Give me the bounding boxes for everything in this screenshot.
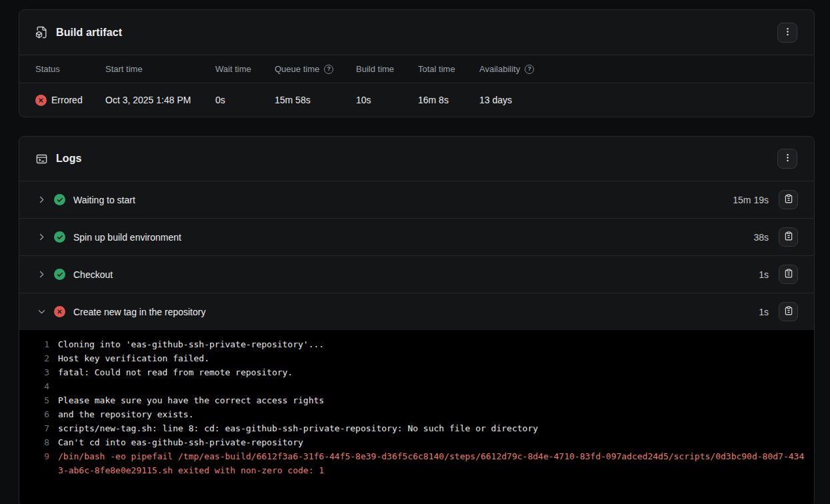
step-label: Waiting to start <box>73 195 135 205</box>
log-step-row[interactable]: Checkout 1s <box>19 255 814 293</box>
copy-logs-button[interactable] <box>779 190 798 209</box>
build-time-value: 10s <box>356 95 371 105</box>
columns-header-row: Status Start time Wait time Queue time ?… <box>19 55 814 83</box>
step-label: Spin up build environment <box>73 232 181 243</box>
build-artifact-menu-button[interactable] <box>777 23 797 43</box>
chevron-right-icon <box>37 195 47 205</box>
line-number: 8 <box>19 435 49 449</box>
help-icon[interactable]: ? <box>324 65 333 74</box>
column-header-queue-time: Queue time ? <box>275 64 356 74</box>
line-number: 7 <box>19 421 49 435</box>
log-step-row[interactable]: Create new tag in the repository 1s <box>19 293 814 330</box>
line-number: 4 <box>19 379 49 393</box>
column-header-build-time: Build time <box>356 64 418 74</box>
console-line: 9 /bin/bash -eo pipefail /tmp/eas-build/… <box>19 449 814 477</box>
copy-logs-button[interactable] <box>779 302 798 321</box>
chevron-right-icon <box>37 232 47 242</box>
log-console: 1 Cloning into 'eas-github-ssh-private-r… <box>19 330 814 504</box>
line-number: 3 <box>19 365 49 379</box>
column-header-availability: Availability ? <box>479 64 798 74</box>
line-number: 5 <box>19 393 49 407</box>
line-text: Can't cd into eas-github-ssh-private-rep… <box>58 435 814 449</box>
step-label: Checkout <box>73 269 113 280</box>
status-text: Errored <box>51 95 83 105</box>
console-line: 1 Cloning into 'eas-github-ssh-private-r… <box>19 337 814 351</box>
log-steps: Waiting to start 15m 19s <box>19 181 814 330</box>
column-header-wait-time: Wait time <box>215 64 275 74</box>
terminal-icon <box>35 153 48 165</box>
start-time-value: Oct 3, 2025 1:48 PM <box>105 95 191 105</box>
step-duration: 1s <box>759 269 769 280</box>
step-duration: 15m 19s <box>733 195 769 205</box>
console-line: 4 <box>19 379 814 393</box>
clipboard-icon <box>784 231 793 243</box>
line-number: 9 <box>19 449 49 463</box>
logs-title: Logs <box>56 153 82 165</box>
errored-status-icon <box>35 95 47 106</box>
chevron-down-icon <box>37 307 47 317</box>
column-header-start-time: Start time <box>105 64 215 74</box>
wait-time-value: 0s <box>215 95 225 105</box>
line-text: Host key verification failed. <box>58 351 814 365</box>
build-artifact-card: Build artifact Status Start time Wait ti… <box>19 9 815 117</box>
line-text: /bin/bash -eo pipefail /tmp/eas-build/66… <box>58 449 814 477</box>
step-status-icon <box>54 306 65 317</box>
availability-value: 13 days <box>479 95 512 105</box>
build-artifact-title: Build artifact <box>56 27 122 39</box>
console-line: 8 Can't cd into eas-github-ssh-private-r… <box>19 435 814 449</box>
line-text: fatal: Could not read from remote reposi… <box>58 365 814 379</box>
step-duration: 1s <box>759 307 769 317</box>
file-box-icon <box>35 26 48 39</box>
step-status-icon <box>54 269 65 280</box>
logs-card: Logs Waiting to start 15m 19s <box>19 136 815 504</box>
console-line: 3 fatal: Could not read from remote repo… <box>19 365 814 379</box>
logs-menu-button[interactable] <box>777 149 797 169</box>
line-number: 6 <box>19 407 49 421</box>
line-number: 1 <box>19 337 49 351</box>
build-artifact-header: Build artifact <box>19 10 814 55</box>
line-text: Please make sure you have the correct ac… <box>58 393 814 407</box>
console-line: 7 scripts/new-tag.sh: line 8: cd: eas-gi… <box>19 421 814 435</box>
column-header-status: Status <box>35 64 105 74</box>
line-text: Cloning into 'eas-github-ssh-private-rep… <box>58 337 814 351</box>
kebab-menu-icon <box>783 27 793 39</box>
page: Build artifact Status Start time Wait ti… <box>0 0 830 504</box>
console-line: 5 Please make sure you have the correct … <box>19 393 814 407</box>
queue-time-value: 15m 58s <box>275 95 311 105</box>
build-table-row: Errored Oct 3, 2025 1:48 PM 0s 15m 58s 1… <box>19 83 814 117</box>
console-line: 6 and the repository exists. <box>19 407 814 421</box>
line-text: and the repository exists. <box>58 407 814 421</box>
line-number: 2 <box>19 351 49 365</box>
step-status-icon <box>54 194 65 205</box>
clipboard-icon <box>784 306 793 317</box>
log-step-row[interactable]: Waiting to start 15m 19s <box>19 181 814 218</box>
line-text: scripts/new-tag.sh: line 8: cd: eas-gith… <box>58 421 814 435</box>
help-icon[interactable]: ? <box>525 65 534 74</box>
kebab-menu-icon <box>783 153 793 165</box>
total-time-value: 16m 8s <box>418 95 449 105</box>
step-duration: 38s <box>753 232 769 243</box>
log-step-row[interactable]: Spin up build environment 38s <box>19 218 814 255</box>
step-label: Create new tag in the repository <box>73 307 205 317</box>
column-header-total-time: Total time <box>418 64 479 74</box>
console-line: 2 Host key verification failed. <box>19 351 814 365</box>
clipboard-icon <box>784 194 793 205</box>
chevron-right-icon <box>37 269 47 279</box>
logs-header: Logs <box>19 137 814 181</box>
step-status-icon <box>54 231 65 243</box>
clipboard-icon <box>784 269 793 280</box>
copy-logs-button[interactable] <box>779 265 798 284</box>
copy-logs-button[interactable] <box>779 227 798 247</box>
